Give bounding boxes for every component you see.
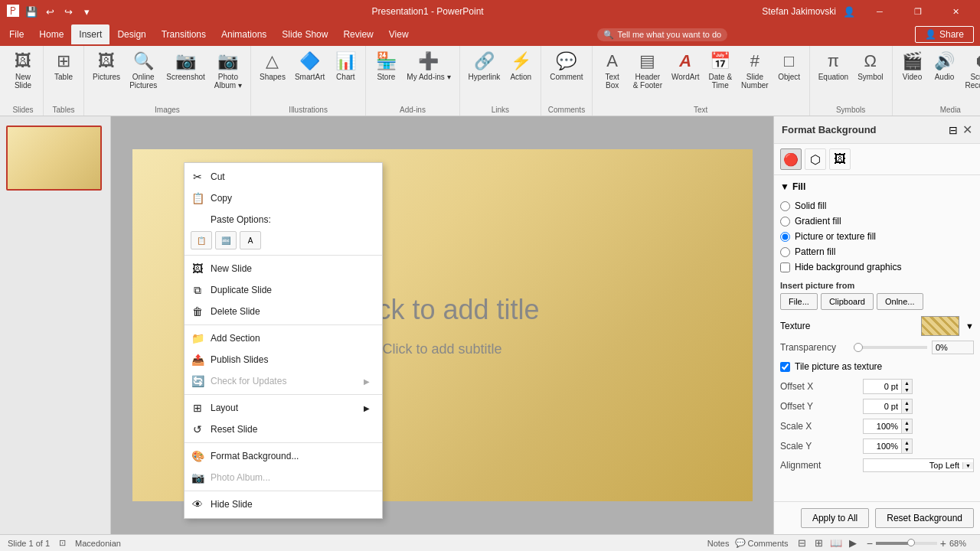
comments-button[interactable]: 💬 Comments bbox=[735, 538, 788, 548]
hyperlink-button[interactable]: 🔗 Hyperlink bbox=[465, 49, 505, 83]
ctx-copy[interactable]: 📋 Copy bbox=[185, 187, 382, 209]
notes-button[interactable]: Notes bbox=[707, 539, 730, 548]
reset-background-button[interactable]: Reset Background bbox=[875, 508, 974, 528]
action-button[interactable]: ⚡ Action bbox=[505, 49, 536, 83]
solid-fill-radio[interactable] bbox=[780, 201, 790, 211]
scale-x-down[interactable]: ▼ bbox=[901, 426, 912, 433]
store-button[interactable]: 🏪 Store bbox=[371, 49, 401, 83]
tab-file[interactable]: File bbox=[2, 24, 31, 44]
collapse-icon[interactable]: ⊟ bbox=[949, 124, 958, 136]
reading-view-button[interactable]: 📖 bbox=[828, 537, 844, 549]
offset-y-down[interactable]: ▼ bbox=[901, 406, 912, 413]
radio-pattern-fill[interactable]: Pattern fill bbox=[780, 244, 974, 259]
zoom-out-button[interactable]: − bbox=[867, 537, 873, 549]
paste-option-merge[interactable]: 🔤 bbox=[215, 231, 237, 249]
slide-number-button[interactable]: # SlideNumber bbox=[737, 49, 773, 92]
transparency-slider-thumb[interactable] bbox=[854, 343, 863, 352]
tab-animations[interactable]: Animations bbox=[214, 24, 274, 44]
transparency-slider[interactable] bbox=[854, 346, 927, 349]
video-button[interactable]: 🎬 Video bbox=[897, 49, 928, 83]
tab-design[interactable]: Design bbox=[109, 24, 153, 44]
screenshot-button[interactable]: 📷 Screenshot bbox=[162, 49, 209, 83]
ctx-new-slide[interactable]: 🖼 New Slide bbox=[185, 258, 382, 279]
tab-insert[interactable]: Insert bbox=[71, 24, 109, 44]
account-icon[interactable]: 👤 bbox=[842, 5, 856, 18]
normal-view-button[interactable]: ⊟ bbox=[795, 537, 810, 549]
online-button[interactable]: Onlne... bbox=[877, 293, 923, 310]
scale-y-up[interactable]: ▲ bbox=[901, 439, 912, 446]
canvas-area[interactable]: Click to add title Click to add subtitle… bbox=[111, 116, 773, 534]
slide-thumbnail[interactable] bbox=[6, 126, 102, 191]
scale-y-down[interactable]: ▼ bbox=[901, 446, 912, 453]
shapes-button[interactable]: △ Shapes bbox=[256, 49, 289, 83]
ctx-add-section[interactable]: 📁 Add Section bbox=[185, 328, 382, 349]
wordart-button[interactable]: A WordArt bbox=[668, 49, 704, 83]
offset-x-up[interactable]: ▲ bbox=[901, 380, 912, 386]
online-pictures-button[interactable]: 🔍 OnlinePictures bbox=[126, 49, 161, 92]
ctx-layout[interactable]: ⊞ Layout ▶ bbox=[185, 397, 382, 419]
restore-button[interactable]: ❐ bbox=[900, 0, 936, 23]
ctx-duplicate-slide[interactable]: ⧉ Duplicate Slide bbox=[185, 279, 382, 301]
file-button[interactable]: File... bbox=[780, 293, 818, 310]
my-addins-button[interactable]: ➕ My Add-ins ▾ bbox=[403, 49, 454, 83]
tile-checkbox[interactable] bbox=[780, 362, 790, 372]
share-button[interactable]: 👤 Share bbox=[915, 26, 974, 43]
tab-review[interactable]: Review bbox=[335, 24, 381, 44]
tell-me-bar[interactable]: 🔍 Tell me what you want to do bbox=[597, 28, 727, 41]
undo-icon[interactable]: ↩ bbox=[43, 5, 57, 18]
zoom-in-button[interactable]: + bbox=[940, 537, 946, 549]
fit-icon[interactable]: ⊡ bbox=[59, 538, 66, 548]
alignment-dropdown-btn[interactable]: ▼ bbox=[962, 462, 973, 469]
ctx-publish-slides[interactable]: 📤 Publish Slides bbox=[185, 349, 382, 370]
ctx-delete-slide[interactable]: 🗑 Delete Slide bbox=[185, 301, 382, 322]
gradient-fill-radio[interactable] bbox=[780, 217, 790, 227]
ctx-format-background[interactable]: 🎨 Format Background... bbox=[185, 445, 382, 467]
paste-option-text[interactable]: A bbox=[240, 231, 261, 249]
photo-album-button[interactable]: 📷 PhotoAlbum ▾ bbox=[211, 49, 246, 92]
panel-tab-picture[interactable]: 🖼 bbox=[829, 148, 851, 170]
radio-picture-fill[interactable]: Picture or texture fill bbox=[780, 229, 974, 244]
tab-view[interactable]: View bbox=[381, 24, 416, 44]
offset-x-spinbox[interactable]: 0 pt ▲ ▼ bbox=[863, 379, 913, 394]
offset-x-down[interactable]: ▼ bbox=[901, 386, 912, 393]
symbol-button[interactable]: Ω Symbol bbox=[854, 49, 887, 83]
customize-icon[interactable]: ▾ bbox=[80, 5, 93, 18]
pattern-fill-radio[interactable] bbox=[780, 247, 790, 257]
hide-bg-checkbox[interactable] bbox=[780, 262, 790, 272]
alignment-dropdown[interactable]: Top Left ▼ bbox=[863, 458, 974, 472]
panel-tab-fill[interactable]: 🔴 bbox=[780, 148, 802, 170]
offset-y-spinbox[interactable]: 0 pt ▲ ▼ bbox=[863, 399, 913, 414]
paste-option-keep-source[interactable]: 📋 bbox=[191, 231, 212, 249]
equation-button[interactable]: π Equation bbox=[815, 49, 852, 83]
slide-sorter-button[interactable]: ⊞ bbox=[812, 537, 827, 549]
date-time-button[interactable]: 📅 Date &Time bbox=[705, 49, 737, 92]
slide-subtitle-placeholder[interactable]: Click to add subtitle bbox=[382, 341, 501, 357]
panel-tab-effects[interactable]: ⬡ bbox=[805, 148, 826, 170]
scale-y-spinbox[interactable]: 100% ▲ ▼ bbox=[863, 439, 913, 454]
offset-y-up[interactable]: ▲ bbox=[901, 399, 912, 406]
tab-slideshow[interactable]: Slide Show bbox=[274, 24, 335, 44]
scale-x-spinbox[interactable]: 100% ▲ ▼ bbox=[863, 419, 913, 434]
texture-dropdown-icon[interactable]: ▼ bbox=[965, 321, 974, 331]
clipboard-button[interactable]: Clipboard bbox=[821, 293, 874, 310]
texture-box[interactable] bbox=[921, 316, 959, 336]
tile-row[interactable]: Tile picture as texture bbox=[780, 359, 974, 374]
textbox-button[interactable]: A TextBox bbox=[597, 49, 628, 92]
audio-button[interactable]: 🔊 Audio bbox=[929, 49, 960, 83]
screen-recording-button[interactable]: ⏺ ScreenRecording bbox=[962, 49, 981, 92]
ctx-reset-slide[interactable]: ↺ Reset Slide bbox=[185, 419, 382, 440]
scale-x-up[interactable]: ▲ bbox=[901, 419, 912, 426]
chart-button[interactable]: 📊 Chart bbox=[330, 49, 361, 83]
close-panel-button[interactable]: ✕ bbox=[962, 122, 972, 137]
zoom-slider-thumb[interactable] bbox=[907, 539, 915, 546]
zoom-slider[interactable] bbox=[876, 542, 937, 545]
close-button[interactable]: ✕ bbox=[939, 0, 974, 23]
minimize-button[interactable]: ─ bbox=[862, 0, 897, 23]
save-icon[interactable]: 💾 bbox=[24, 5, 38, 18]
ctx-cut[interactable]: ✂ Cut bbox=[185, 166, 382, 187]
radio-solid-fill[interactable]: Solid fill bbox=[780, 198, 974, 214]
fill-section-header[interactable]: ▼ Fill bbox=[780, 181, 974, 192]
tab-transitions[interactable]: Transitions bbox=[154, 24, 214, 44]
redo-icon[interactable]: ↪ bbox=[61, 5, 75, 18]
table-button[interactable]: ⊞ Table bbox=[48, 49, 79, 83]
